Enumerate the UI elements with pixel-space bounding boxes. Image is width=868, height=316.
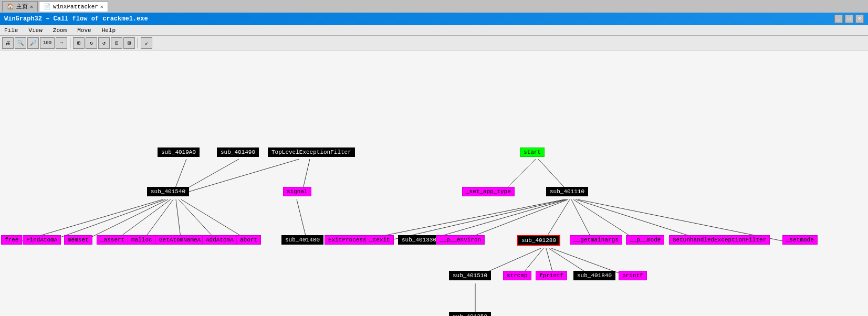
node-free[interactable]: free [1, 235, 22, 245]
tab-bar: 🏠 主页 ✕ 📄 WinXPattacker ✕ [0, 0, 868, 13]
tb-fit[interactable]: ⊡ [111, 37, 122, 49]
menu-view[interactable]: View [26, 26, 44, 35]
node-label: __p__environ [440, 237, 481, 243]
node-sub_401480[interactable]: sub_401480 [281, 235, 323, 245]
tab-wingraph-close[interactable]: ✕ [100, 4, 103, 10]
node-malloc[interactable]: malloc [128, 235, 156, 245]
node-label: sub_401480 [285, 237, 320, 243]
window-title: WinGraph32 – Call flow of crackme1.exe [4, 15, 148, 23]
node-set_app_type[interactable]: _set_app_type [462, 187, 515, 196]
node-signal[interactable]: signal [283, 187, 311, 196]
node-sub_401540[interactable]: sub_401540 [147, 187, 189, 196]
menu-file[interactable]: File [2, 26, 20, 35]
node-FindAtomA[interactable]: FindAtomA [23, 235, 61, 245]
node-label: SetUnhandledExceptionFilter [673, 237, 766, 243]
tb-zoom-in[interactable]: 🔍 [15, 37, 26, 49]
node-label: malloc [131, 237, 152, 243]
node-SetUnhandledExceptionFilter[interactable]: SetUnhandledExceptionFilter [669, 235, 770, 245]
node-label: _cexit [369, 237, 390, 243]
close-button[interactable]: × [855, 15, 864, 23]
node-label: abort [240, 237, 257, 243]
node-GetAtomNameA[interactable]: GetAtomNameA [155, 235, 204, 245]
node-label: AddAtomA [206, 237, 234, 243]
maximize-button[interactable]: □ [845, 15, 853, 23]
node-sub_401510[interactable]: sub_401510 [449, 271, 491, 280]
tb-redo[interactable]: ↻ [86, 37, 97, 49]
node-sub_401250[interactable]: sub_401250 [449, 312, 491, 316]
node-label: fprintf [539, 272, 563, 279]
tab-wingraph-label: WinXPattacker [53, 4, 98, 10]
tb-expand[interactable]: ⊠ [123, 37, 135, 49]
node-label: sub_401280 [521, 237, 556, 244]
node-label: sub_401540 [151, 188, 185, 195]
tb-zoom-out[interactable]: 🔎 [27, 37, 39, 49]
node-getmainargs[interactable]: __getmainargs [570, 235, 622, 245]
node-sub_401840[interactable]: sub_401840 [573, 271, 615, 280]
node-strcmp[interactable]: strcmp [503, 271, 531, 280]
node-memset[interactable]: memset [64, 235, 92, 245]
node-sub_401330[interactable]: sub_401330 [398, 235, 440, 245]
window-titlebar: WinGraph32 – Call flow of crackme1.exe _… [0, 13, 868, 25]
node-sub_4019A0[interactable]: sub_4019A0 [158, 148, 200, 157]
graph-area: sub_4019A0 sub_401490 TopLevelExceptionF… [0, 50, 868, 316]
node-p_environ[interactable]: __p__environ [436, 235, 485, 245]
tab-home-close[interactable]: ✕ [30, 4, 33, 10]
node-assert[interactable]: _assert [97, 235, 128, 245]
node-abort[interactable]: abort [236, 235, 261, 245]
node-label: start [524, 149, 541, 155]
node-label: strcmp [507, 272, 528, 279]
node-sub_401490[interactable]: sub_401490 [217, 148, 259, 157]
tb-cursor[interactable]: ↙ [141, 37, 152, 49]
node-label: __getmainargs [573, 237, 619, 243]
node-label: ExitProcess [328, 237, 367, 243]
tb-arrow[interactable]: → [56, 37, 67, 49]
node-TopLevelExceptionFilter[interactable]: TopLevelExceptionFilter [268, 148, 355, 157]
node-setmode[interactable]: _setmode [782, 235, 818, 245]
menu-help[interactable]: Help [100, 26, 118, 35]
node-label: FindAtomA [26, 237, 57, 243]
node-sub_401110[interactable]: sub_401110 [546, 187, 588, 196]
tab-wingraph-icon: 📄 [44, 3, 51, 10]
node-AddAtomA[interactable]: AddAtomA [202, 235, 237, 245]
node-label: sub_401490 [221, 149, 255, 155]
node-label: sub_401250 [453, 313, 487, 316]
tb-undo[interactable]: ↺ [98, 37, 110, 49]
node-sub_401280[interactable]: sub_401280 [517, 235, 560, 246]
tb-100[interactable]: 100 [40, 37, 55, 49]
window-controls: _ □ × [834, 15, 864, 23]
node-label: __p__mode [630, 237, 661, 243]
tab-wingraph[interactable]: 📄 WinXPattacker ✕ [39, 1, 108, 12]
node-label: signal [287, 188, 308, 195]
tb-print[interactable]: 🖨 [2, 37, 14, 49]
tb-grid[interactable]: ⊞ [73, 37, 85, 49]
node-label: free [5, 237, 18, 243]
node-label: _assert [100, 237, 124, 243]
toolbar-sep1 [70, 38, 70, 48]
menu-zoom[interactable]: Zoom [51, 26, 69, 35]
node-label: memset [68, 237, 89, 243]
toolbar: 🖨 🔍 🔎 100 → ⊞ ↻ ↺ ⊡ ⊠ ↙ [0, 36, 868, 50]
graph-edges [0, 50, 868, 316]
node-p_mode[interactable]: __p__mode [626, 235, 664, 245]
node-label: sub_401330 [402, 237, 436, 243]
minimize-button[interactable]: _ [834, 15, 843, 23]
node-label: sub_401510 [453, 272, 487, 279]
node-label: GetAtomNameA [159, 237, 201, 243]
menu-move[interactable]: Move [75, 26, 93, 35]
node-label: sub_401110 [550, 188, 584, 195]
node-label: printf [622, 272, 643, 279]
node-printf[interactable]: printf [619, 271, 647, 280]
tab-home[interactable]: 🏠 主页 ✕ [2, 1, 38, 12]
node-start[interactable]: start [520, 148, 545, 157]
node-cexit[interactable]: _cexit [365, 235, 394, 245]
svg-line-3 [184, 159, 299, 193]
tab-home-icon: 🏠 [7, 3, 14, 10]
node-label: sub_401840 [577, 272, 612, 279]
node-fprintf[interactable]: fprintf [536, 271, 567, 280]
node-label: _set_app_type [466, 188, 511, 195]
node-label: _setmode [786, 237, 814, 243]
tab-home-label: 主页 [16, 3, 28, 10]
node-ExitProcess[interactable]: ExitProcess [325, 235, 370, 245]
toolbar-sep2 [138, 38, 138, 48]
menu-bar: File View Zoom Move Help [0, 25, 868, 36]
